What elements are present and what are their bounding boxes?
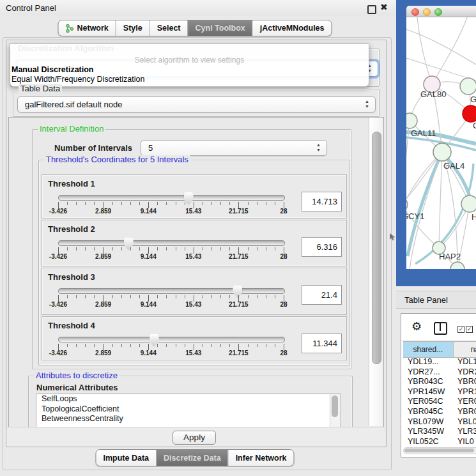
threshold-panel: Threshold 4 -3.4262.8599.14415.4321.7152… (42, 316, 347, 360)
cell-shared-name: YBR043C (403, 377, 455, 387)
popup-item-equal-width-frequency[interactable]: Equal Width/Frequency Discretization (12, 75, 144, 84)
threshold-slider-track[interactable] (58, 288, 285, 294)
bottom-tab-infer-network[interactable]: Infer Network (228, 450, 294, 466)
threshold-value-field[interactable]: 14.713 (302, 192, 342, 211)
tab-cyni-toolbox[interactable]: Cyni Toolbox (188, 20, 252, 36)
cell-shared-name: YER054C (403, 397, 455, 407)
tick-label: 21.715 (229, 253, 249, 260)
attributes-list-scrollbar[interactable] (330, 394, 341, 427)
slider-scale-labels: -3.4262.8599.14415.4321.71528 (42, 253, 346, 261)
column-header-name[interactable]: na (454, 342, 476, 357)
table-data-selected-value: galFiltered.sif default node (25, 97, 122, 112)
cell-shared-name: YDR27... (403, 367, 455, 378)
attributes-list-scrollbar-thumb[interactable] (332, 395, 338, 417)
cell-name: YBR0 (455, 407, 476, 417)
network-node-g[interactable] (460, 78, 476, 95)
network-node-gcy1[interactable] (406, 197, 408, 211)
tick-label: 15.43 (185, 208, 201, 215)
popup-placeholder-item[interactable]: Select algorithm to view settings (10, 56, 369, 65)
vertical-scrollbar[interactable] (369, 118, 383, 426)
network-node-h[interactable] (461, 196, 476, 212)
table-data-combobox[interactable]: galFiltered.sif default node ▲▼ (17, 96, 376, 112)
network-canvas[interactable]: GAL80GCGAL11GAL4GCY1HHAP2 (406, 17, 476, 269)
close-panel-icon[interactable]: ✖ (380, 2, 388, 12)
attribute-item[interactable]: BetweennessCentrality (36, 414, 341, 424)
checkbox-icon[interactable]: ✓ (457, 326, 464, 333)
tick-label: 9.144 (141, 301, 157, 308)
tab-select[interactable]: Select (150, 20, 188, 36)
table-row[interactable]: YBR045CYBR0 (403, 407, 476, 417)
table-row[interactable]: YIL052CYIL0 (403, 437, 476, 447)
network-edge[interactable] (406, 58, 476, 81)
network-node-gal11[interactable] (406, 113, 417, 128)
float-panel-icon[interactable] (367, 5, 376, 14)
number-of-intervals-combobox[interactable]: 5 ▲▼ (141, 140, 327, 156)
tick-label: 28 (280, 208, 287, 215)
table-row[interactable]: YBL079WYBL0 (403, 417, 476, 427)
threshold-slider-track[interactable] (58, 195, 285, 201)
column-header-shared-name[interactable]: shared... (403, 342, 454, 357)
tab-label: Network (77, 24, 108, 33)
vertical-scrollbar-thumb[interactable] (372, 132, 381, 364)
zoom-window-icon[interactable] (434, 8, 442, 16)
attribute-item[interactable]: SelfLoops (36, 394, 341, 404)
tab-label: Cyni Toolbox (196, 24, 245, 33)
table-body: YDL19...YDL1YDR27...YDR2YBR043CYBR0YPR14… (403, 357, 476, 447)
threshold-value-field[interactable]: 11.344 (302, 334, 342, 353)
tab-network[interactable]: Network (58, 20, 115, 36)
combobox-stepper-icon: ▲▼ (315, 142, 322, 153)
network-edge[interactable] (417, 17, 432, 84)
table-row[interactable]: YER054CYER0 (403, 397, 476, 407)
slider-scale-labels: -3.4262.8599.14415.4321.71528 (42, 349, 346, 357)
horizontal-scrollbar-thumb[interactable] (404, 449, 474, 452)
slider-scale-labels: -3.4262.8599.14415.4321.71528 (42, 301, 346, 309)
thresholds-group-label: Threshold's Coordinates for 5 Intervals (44, 155, 190, 164)
panel-title: Control Panel (6, 3, 56, 13)
table-row[interactable]: YLR345WYLR3 (403, 427, 476, 437)
table-header-row: shared... na (403, 341, 476, 358)
cell-shared-name: YPR145W (403, 387, 455, 397)
table-row[interactable]: YPR145WYPR1 (403, 387, 476, 397)
network-edge[interactable] (432, 17, 469, 84)
bottom-tab-discretize-data[interactable]: Discretize Data (156, 450, 228, 466)
tab-jactivemnodules[interactable]: jActiveMNodules (252, 20, 332, 36)
number-of-intervals-label: Number of Intervals (54, 143, 132, 153)
network-edge[interactable] (439, 152, 442, 248)
tick-label: 9.144 (141, 349, 157, 357)
control-panel-titlebar: Control Panel ✖ (0, 0, 396, 15)
cell-name: YPR1 (455, 387, 476, 397)
apply-button[interactable]: Apply (173, 431, 216, 445)
threshold-value-field[interactable]: 21.4 (302, 285, 342, 305)
threshold-slider-track[interactable] (58, 337, 285, 342)
algorithm-dropdown-popup: Select algorithm to view settings Manual… (10, 43, 369, 87)
table-row[interactable]: YBR043CYBR0 (403, 377, 476, 387)
horizontal-scrollbar[interactable] (403, 447, 476, 454)
network-node-gal4[interactable] (433, 143, 451, 161)
columns-icon[interactable] (434, 322, 447, 335)
tick-label: -3.426 (49, 349, 67, 357)
threshold-slider-track[interactable] (58, 240, 285, 246)
tick-label: 2.859 (95, 349, 111, 357)
attribute-item[interactable]: TopologicalCoefficient (36, 404, 341, 415)
tick-label: 2.859 (95, 301, 111, 308)
cell-name: YDR2 (455, 367, 476, 378)
tick-label: 21.715 (229, 301, 249, 308)
network-edge[interactable] (406, 29, 476, 65)
tick-label: 28 (280, 253, 287, 260)
table-row[interactable]: YDL19...YDL1 (403, 357, 476, 367)
network-node-c[interactable] (463, 105, 476, 122)
cell-shared-name: YIL052C (403, 437, 455, 447)
bottom-tab-impute-data[interactable]: Impute Data (96, 450, 156, 466)
minimize-window-icon[interactable] (423, 8, 431, 16)
popup-item-manual-discretization[interactable]: Manual Discretization (12, 65, 94, 74)
close-window-icon[interactable] (411, 8, 419, 16)
number-of-intervals-value: 5 (148, 141, 153, 155)
checkbox-icon[interactable]: ✓ (466, 326, 473, 333)
threshold-value-field[interactable]: 6.316 (302, 237, 342, 257)
table-row[interactable]: YDR27...YDR2 (403, 367, 476, 378)
tab-style[interactable]: Style (116, 20, 150, 36)
mouse-cursor (389, 233, 397, 242)
numerical-attributes-list[interactable]: SelfLoopsTopologicalCoefficientBetweenne… (36, 394, 341, 428)
gear-icon[interactable]: ⚙ (411, 319, 422, 334)
node-label: C (473, 121, 476, 130)
